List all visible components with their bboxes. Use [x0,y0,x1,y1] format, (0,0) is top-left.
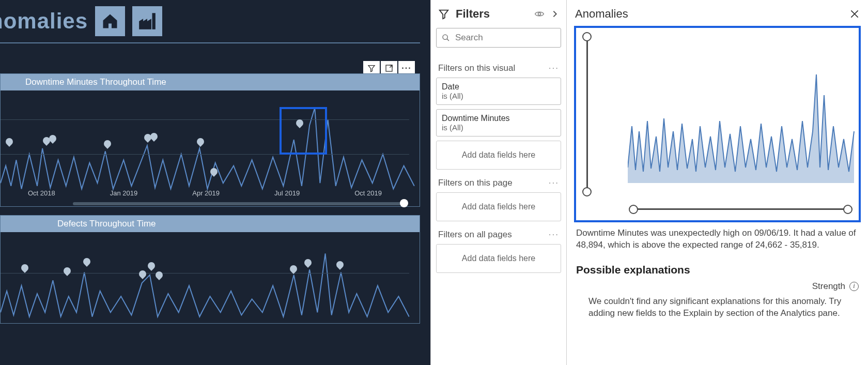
slider-handle[interactable] [400,199,408,207]
filters-on-visual-header: Filters on this visual ··· [436,58,561,78]
chevron-right-icon[interactable] [551,10,559,18]
strength-label: Strength [812,281,845,292]
strength-row: Strength i [574,279,861,296]
eye-icon[interactable] [534,9,545,19]
report-header: nomalies [0,0,430,42]
anomaly-description: Downtime Minutes was unexpectedly high o… [574,222,861,261]
x-axis-handle-left[interactable] [629,205,638,214]
defects-chart-visual[interactable]: Defects Throughout Time [0,215,420,324]
x-tick: Apr 2019 [192,189,220,197]
filter-summary: is (All) [442,92,555,100]
x-axis-labels: Oct 2018 Jan 2019 Apr 2019 Jul 2019 Oct … [1,189,409,197]
anomalies-title: Anomalies [575,7,628,21]
search-input[interactable] [455,33,555,43]
x-tick: Oct 2018 [28,189,55,197]
home-icon [101,12,119,31]
filters-header: Filters [436,4,561,28]
section-label: Filters on this visual [438,63,515,73]
x-tick: Oct 2019 [354,189,382,197]
section-more-button[interactable]: ··· [549,63,559,73]
y-axis-handle-bottom[interactable] [582,187,592,196]
mini-line-series [628,49,855,199]
filter-field-name: Date [442,82,555,92]
svg-point-1 [538,13,541,16]
close-button[interactable] [849,9,860,19]
chart-title: Downtime Minutes Throughout Time [1,74,420,90]
chart-plot-area [1,232,420,323]
section-label: Filters on this page [438,178,513,188]
anomalies-panel: Anomalies Downtime Minutes was unexpecte… [567,0,868,365]
funnel-icon [367,64,376,72]
filter-card-downtime[interactable]: Downtime Minutes is (All) [436,109,561,136]
x-tick: Jul 2019 [274,189,300,197]
info-icon[interactable]: i [849,282,859,291]
line-series [1,232,420,323]
y-axis-handle-top[interactable] [582,32,592,41]
report-canvas: nomalies ··· Downtime Minutes Throughout… [0,0,430,365]
home-nav-button[interactable] [95,6,125,36]
chart-title: Defects Throughout Time [1,216,420,232]
filters-title: Filters [456,7,528,21]
section-more-button[interactable]: ··· [549,178,559,188]
ellipsis-icon: ··· [401,64,411,73]
add-fields-visual[interactable]: Add data fields here [436,141,561,170]
x-axis-slider-track[interactable] [633,208,848,210]
page-title: nomalies [0,9,88,34]
time-slider[interactable] [73,202,404,205]
anomaly-thumbnail-chart[interactable] [574,26,861,222]
add-fields-all[interactable]: Add data fields here [436,244,561,273]
possible-explanations-header: Possible explanations [574,261,861,279]
factory-nav-button[interactable] [132,6,162,36]
filter-field-name: Downtime Minutes [442,114,555,123]
filters-on-all-header: Filters on all pages ··· [436,224,561,244]
section-more-button[interactable]: ··· [549,230,559,240]
x-tick: Jan 2019 [110,189,138,197]
close-icon [849,9,860,19]
search-icon [442,33,450,42]
chart-plot-area: Oct 2018 Jan 2019 Apr 2019 Jul 2019 Oct … [1,90,420,206]
explanations-body: We couldn't find any significant explana… [574,296,861,320]
filter-search-box[interactable] [436,28,561,48]
x-axis-handle-right[interactable] [843,205,853,214]
filters-panel: Filters Filters on this visual ··· Date … [430,0,567,365]
divider [0,42,420,43]
section-label: Filters on all pages [438,230,512,240]
add-fields-page[interactable]: Add data fields here [436,192,561,221]
filter-card-date[interactable]: Date is (All) [436,78,561,105]
y-axis-slider-track[interactable] [586,36,588,191]
svg-point-2 [443,35,447,39]
downtime-chart-visual[interactable]: Downtime Minutes Throughout Time Oct 201… [0,73,420,207]
focus-icon [385,64,393,72]
filters-on-page-header: Filters on this page ··· [436,173,561,192]
filter-summary: is (All) [442,123,555,132]
funnel-icon [438,8,450,20]
factory-icon [137,11,157,31]
anomalies-header: Anomalies [574,4,861,26]
